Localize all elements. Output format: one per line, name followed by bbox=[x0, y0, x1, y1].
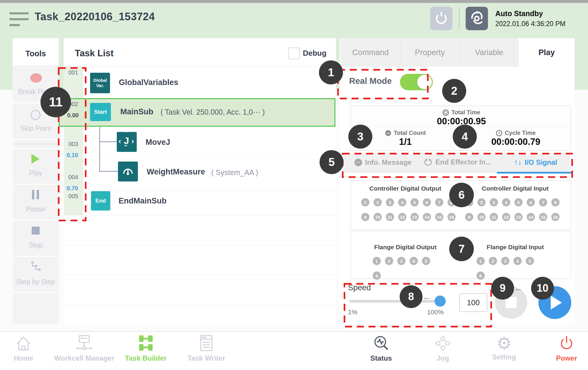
tools-sidebar: Tools Break Point Skip Point Play Pause … bbox=[13, 38, 59, 324]
step-by-step-label: Step by Step bbox=[13, 278, 59, 286]
nav-jog[interactable]: Jog bbox=[416, 335, 469, 362]
io-indicator: 4 bbox=[410, 257, 418, 265]
io-indicator: 3 bbox=[501, 257, 509, 265]
power-icon bbox=[558, 335, 575, 352]
io-indicator: 15 bbox=[435, 213, 443, 221]
speed-value-field[interactable]: 100 bbox=[459, 293, 487, 312]
flange-input-indicators: 123456 bbox=[477, 257, 544, 280]
task-list-title: Task List bbox=[75, 48, 114, 59]
speed-slider-thumb[interactable] bbox=[435, 296, 446, 307]
io-indicator: 10 bbox=[374, 213, 382, 221]
annotation-11: 11 bbox=[40, 87, 71, 117]
io-indicator: 1 bbox=[361, 198, 369, 206]
tab-io-signal[interactable]: ↑↓ I/O Signal bbox=[514, 158, 557, 167]
tools-title: Tools bbox=[13, 49, 59, 58]
tree-vertical-line bbox=[99, 127, 100, 172]
speed-min-label: 1% bbox=[348, 308, 357, 316]
end-effector-icon bbox=[424, 158, 432, 167]
info-message-icon: ••• bbox=[354, 159, 362, 166]
annotation-8: 8 bbox=[400, 285, 423, 308]
io-indicator: 7 bbox=[539, 198, 547, 206]
io-indicator: 3 bbox=[386, 198, 394, 206]
real-mode-toggle[interactable] bbox=[400, 74, 433, 90]
io-indicator: 10 bbox=[477, 213, 486, 221]
io-indicator: 4 bbox=[398, 198, 406, 206]
annotation-2: 2 bbox=[442, 79, 466, 103]
io-indicator: 6 bbox=[373, 271, 381, 280]
tab-end-effector[interactable]: End Effector In... bbox=[424, 158, 491, 167]
row-separator bbox=[64, 191, 336, 191]
io-indicator: 5 bbox=[410, 198, 419, 206]
io-indicator: 16 bbox=[551, 213, 560, 221]
io-indicator: 2 bbox=[374, 198, 382, 206]
task-builder-icon bbox=[138, 335, 154, 352]
top-system-strip bbox=[0, 0, 588, 3]
nav-power[interactable]: Power bbox=[540, 335, 588, 362]
pause-tool-button[interactable]: Pause bbox=[13, 185, 59, 220]
io-indicator: 6 bbox=[527, 198, 535, 206]
swirl-icon bbox=[466, 7, 488, 30]
io-indicator: 13 bbox=[514, 213, 523, 221]
nav-home[interactable]: Home bbox=[0, 335, 50, 362]
annotation-7: 7 bbox=[449, 237, 474, 261]
io-indicator: 11 bbox=[490, 213, 498, 221]
annotation-9-arrow: ← bbox=[514, 283, 523, 293]
io-indicator: 3 bbox=[397, 257, 405, 265]
nav-status[interactable]: Status bbox=[355, 335, 408, 362]
datetime-label: 2022.01.06 4:36:20 PM bbox=[495, 20, 565, 28]
hamburger-menu-icon[interactable] bbox=[9, 12, 30, 26]
step-by-step-icon bbox=[30, 261, 42, 273]
nav-task-builder[interactable]: Task Builder bbox=[119, 335, 172, 362]
tab-command[interactable]: Command bbox=[341, 38, 400, 67]
tab-property[interactable]: Property bbox=[400, 38, 459, 67]
play-icon bbox=[551, 296, 562, 310]
tree-stub-weightmeasure bbox=[99, 171, 118, 172]
tree-stub-movej bbox=[99, 141, 117, 142]
io-indicator: 1 bbox=[373, 257, 381, 265]
home-icon bbox=[15, 335, 32, 352]
io-indicator: 2 bbox=[385, 257, 393, 265]
nav-setting[interactable]: ⚙ Setting bbox=[478, 335, 530, 361]
row-separator bbox=[64, 245, 336, 246]
cycle-time-icon bbox=[496, 130, 502, 136]
play-tool-label: Play bbox=[13, 169, 59, 177]
total-time-row: Total Time bbox=[351, 109, 572, 116]
io-indicator: 9 bbox=[465, 213, 473, 221]
flange-output-indicators: 123456 bbox=[373, 257, 440, 280]
stop-tool-button[interactable]: Stop bbox=[13, 221, 59, 256]
io-indicator: 5 bbox=[422, 257, 430, 265]
skip-point-icon bbox=[31, 110, 40, 120]
tools-divider bbox=[18, 144, 53, 144]
io-indicator: 15 bbox=[539, 213, 547, 221]
io-indicator: 5 bbox=[526, 257, 534, 265]
tab-info-message[interactable]: ••• Info. Message bbox=[354, 158, 412, 167]
nav-task-writer[interactable]: Task Writer bbox=[180, 335, 233, 362]
io-indicator: 3 bbox=[490, 198, 498, 206]
robot-gripper-button[interactable] bbox=[430, 7, 452, 30]
io-tab-active-underline bbox=[497, 172, 572, 174]
step-by-step-button[interactable]: Step by Step bbox=[13, 257, 59, 292]
debug-checkbox[interactable] bbox=[288, 47, 300, 59]
skip-point-label: Skip Point bbox=[13, 125, 59, 133]
io-indicator: 6 bbox=[423, 198, 431, 206]
toggle-knob bbox=[417, 75, 432, 89]
annotation-4: 4 bbox=[453, 125, 477, 149]
io-indicator: 13 bbox=[410, 213, 419, 221]
servo-mode-button[interactable] bbox=[466, 7, 488, 30]
io-indicator: 8 bbox=[551, 198, 560, 206]
tab-play[interactable]: Play bbox=[519, 38, 575, 67]
nav-workcell-manager[interactable]: Workcell Manager bbox=[52, 335, 116, 362]
annotation-10-arrow: ← bbox=[554, 283, 563, 293]
row-separator bbox=[64, 304, 336, 304]
stop-tool-label: Stop bbox=[13, 241, 59, 249]
io-indicator: 11 bbox=[386, 213, 394, 221]
tab-variable[interactable]: Variable bbox=[459, 38, 519, 67]
pause-icon-bar1 bbox=[32, 190, 34, 199]
total-count-icon: 123 bbox=[385, 130, 391, 136]
play-tool-button[interactable]: Play bbox=[13, 149, 59, 184]
io-indicator: 12 bbox=[398, 213, 406, 221]
real-mode-label: Real Mode bbox=[349, 76, 392, 86]
io-indicator: 14 bbox=[527, 213, 535, 221]
io-indicator: 16 bbox=[447, 213, 456, 221]
io-indicator: 1 bbox=[477, 257, 485, 265]
